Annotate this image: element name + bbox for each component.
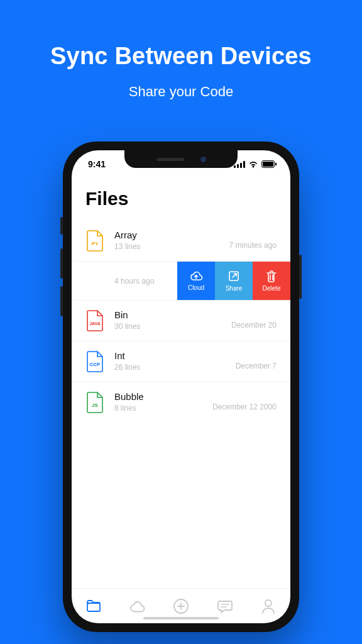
file-row[interactable]: JS Bubble 8 lines December 12 2000 <box>72 382 290 423</box>
share-icon <box>228 270 240 282</box>
file-name: Bubble <box>114 391 212 402</box>
page-title: Files <box>72 183 290 221</box>
chat-icon <box>217 599 233 614</box>
svg-rect-0 <box>234 165 236 168</box>
cloud-label: Cloud <box>188 284 204 291</box>
status-time: 9:41 <box>88 159 106 169</box>
tab-profile[interactable] <box>255 592 282 620</box>
file-name: Int <box>114 350 236 361</box>
svg-rect-1 <box>237 164 239 168</box>
cloud-icon <box>128 600 146 613</box>
swiped-file-time: 4 hours ago <box>72 277 177 286</box>
file-row[interactable]: JAVA Bin 30 lines December 20 <box>72 301 290 341</box>
file-meta: 8 lines <box>114 404 212 413</box>
folder-icon <box>85 599 102 613</box>
cloud-button[interactable]: Cloud <box>177 262 215 300</box>
user-icon <box>261 598 276 614</box>
svg-point-13 <box>265 600 272 606</box>
cloud-upload-icon <box>189 270 203 282</box>
notch <box>124 150 238 168</box>
camera <box>200 157 206 162</box>
file-type-icon: CCP <box>85 350 104 373</box>
svg-text:JAVA: JAVA <box>89 321 101 326</box>
file-type-icon: JS <box>85 391 104 414</box>
tab-add[interactable] <box>167 592 195 620</box>
file-name: Array <box>114 230 229 240</box>
side-button <box>60 286 63 316</box>
file-time: December 7 <box>236 362 277 370</box>
file-meta: 13 lines <box>114 242 229 251</box>
hero-subtitle: Share your Code <box>0 84 362 100</box>
screen: 9:41 Files PY Array 13 lines 7 minutes a… <box>72 150 290 623</box>
side-button <box>60 248 63 279</box>
phone-frame: 9:41 Files PY Array 13 lines 7 minutes a… <box>63 142 299 632</box>
file-row[interactable]: CCP Int 26 lines December 7 <box>72 341 290 382</box>
svg-text:CCP: CCP <box>90 362 101 367</box>
home-indicator <box>143 617 219 619</box>
file-time: December 12 2000 <box>212 402 277 411</box>
file-row[interactable]: PY Array 13 lines 7 minutes ago <box>72 221 290 262</box>
file-type-icon: PY <box>85 230 104 252</box>
hero-title: Sync Between Devices <box>0 43 362 70</box>
delete-button[interactable]: Delete <box>253 262 290 300</box>
plus-circle-icon <box>172 597 190 615</box>
svg-text:PY: PY <box>92 241 99 247</box>
svg-rect-3 <box>243 161 245 168</box>
file-meta: 30 lines <box>114 322 231 331</box>
tab-chat[interactable] <box>211 592 239 620</box>
share-button[interactable]: Share <box>215 262 253 300</box>
battery-icon <box>261 160 277 168</box>
share-label: Share <box>226 285 243 292</box>
tab-files[interactable] <box>80 592 107 620</box>
svg-rect-5 <box>263 162 273 167</box>
wifi-icon <box>248 160 258 168</box>
side-button <box>299 255 302 299</box>
svg-text:JS: JS <box>92 402 98 408</box>
svg-rect-6 <box>275 163 277 166</box>
swipe-actions-row: 4 hours ago Cloud Share Delete <box>72 262 290 301</box>
file-time: December 20 <box>231 321 277 330</box>
tab-cloud[interactable] <box>123 592 151 620</box>
side-button <box>60 217 63 235</box>
file-name: Bin <box>114 309 231 320</box>
svg-rect-2 <box>240 163 242 168</box>
file-type-icon: JAVA <box>85 309 104 332</box>
file-meta: 26 lines <box>114 363 236 372</box>
speaker <box>156 158 184 161</box>
trash-icon <box>266 270 277 282</box>
file-time: 7 minutes ago <box>229 241 277 250</box>
delete-label: Delete <box>263 285 281 292</box>
